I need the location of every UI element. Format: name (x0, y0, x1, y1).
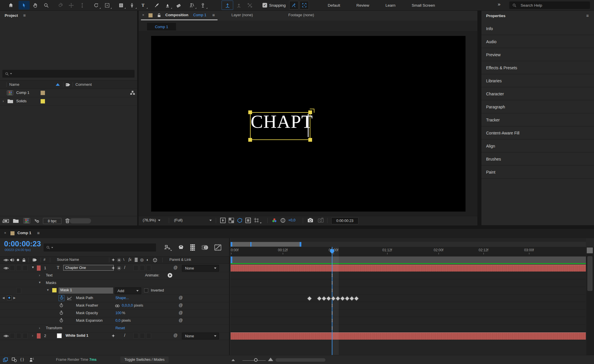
bit-depth-button[interactable]: 8 bpc (43, 218, 61, 224)
timeline-tab-name[interactable]: Comp 1 (17, 231, 31, 235)
puppet-pin-tool[interactable] (197, 1, 208, 10)
composition-mini-flowchart-icon[interactable] (164, 245, 171, 251)
column-name[interactable]: Name (9, 82, 19, 87)
workspace-tab-learn[interactable]: Learn (385, 3, 396, 8)
view-axis-mode-button[interactable] (244, 1, 255, 10)
composition-tab-label[interactable]: Composition (165, 13, 188, 17)
parent-pickwhip-icon[interactable]: @ (173, 265, 178, 270)
layer-row-1[interactable]: ▼ 1 T Chapter One / @ None (0, 264, 229, 272)
property-group-row-masks[interactable]: ▼ Masks (0, 279, 229, 287)
orbit-camera-tool[interactable] (55, 1, 66, 10)
layer-viewer-tab[interactable]: Layer (none) (231, 13, 253, 17)
workspace-tab-default[interactable]: Default (328, 3, 340, 8)
collapse-switch-icon[interactable] (111, 266, 115, 270)
unlock-icon[interactable] (157, 13, 161, 18)
work-area-bar[interactable] (231, 242, 301, 247)
project-row-solids[interactable]: › Solids (0, 97, 137, 106)
include-in-graph-icon[interactable] (67, 296, 72, 300)
layer-name-edit-box[interactable]: Chapter One (63, 265, 114, 271)
layer-name[interactable]: White Solid 1 (66, 334, 88, 338)
properties-menu-icon[interactable]: ≡ (586, 13, 589, 18)
mask-opacity-row[interactable]: Mask Opacity 100% @ (0, 310, 229, 317)
guides-options-icon[interactable] (253, 217, 260, 224)
project-panel-menu-icon[interactable]: ≡ (23, 13, 26, 18)
zoom-out-mountain-icon[interactable] (231, 359, 235, 361)
preview-timecode-box[interactable]: 0:00:00:23 (331, 217, 358, 224)
timeline-menu-icon[interactable]: ≡ (37, 230, 40, 235)
shy-layers-icon[interactable] (178, 244, 184, 252)
properties-title[interactable]: Properties (486, 14, 506, 18)
eraser-tool[interactable] (173, 1, 184, 10)
twirl-down-icon[interactable]: ▼ (31, 265, 35, 269)
pen-tool[interactable] (126, 1, 137, 10)
panel-tab-info[interactable]: Info (481, 22, 594, 35)
interpret-footage-icon[interactable] (2, 218, 10, 223)
stopwatch-icon[interactable] (59, 318, 63, 323)
column-comment[interactable]: Comment (75, 82, 92, 87)
keyframe-toggle-box[interactable]: ◆ (7, 296, 12, 300)
toggle-switches-modes-button[interactable]: Toggle Switches / Modes (120, 356, 169, 363)
property-group-row-text[interactable]: › Text Animate: (0, 272, 229, 280)
layer-label-swatch[interactable] (37, 333, 41, 338)
mask-feather-row[interactable]: Mask Feather 0,0,0,0 pixels @ (0, 302, 229, 310)
motion-blur-icon[interactable] (201, 244, 209, 252)
parent-dropdown[interactable]: None (182, 265, 219, 272)
property-label[interactable]: Mask Opacity (76, 311, 98, 315)
snap-features-button[interactable] (300, 1, 309, 10)
current-timecode[interactable]: 0:00:00:23 (4, 239, 41, 248)
author-icon[interactable] (29, 357, 34, 362)
dolly-camera-tool[interactable] (77, 1, 88, 10)
property-value[interactable]: 0,0,0,0 pixels (122, 303, 143, 307)
parent-link-column-label[interactable]: Parent & Link (169, 258, 191, 262)
property-label[interactable]: Mask Expansion (76, 318, 103, 323)
world-axis-mode-button[interactable] (233, 1, 244, 10)
preserve-transparency-icon[interactable] (12, 357, 17, 362)
mask-expansion-row[interactable]: Mask Expansion 0,0 pixels @ (0, 317, 229, 325)
timeline-vscroll-track[interactable] (586, 247, 594, 355)
sort-ascending-icon[interactable] (56, 83, 60, 86)
mask-name-highlight[interactable]: Mask 1 (59, 287, 113, 294)
close-tab-icon[interactable]: × (142, 13, 144, 17)
timeline-hscroll-thumb[interactable] (276, 358, 325, 362)
panel-tab-paint[interactable]: Paint (481, 166, 594, 179)
work-area-row[interactable] (231, 256, 586, 263)
group-label[interactable]: Masks (46, 281, 56, 285)
panel-tab-libraries[interactable]: Libraries (481, 74, 594, 87)
channel-icon[interactable] (271, 218, 277, 224)
layer-row-2[interactable]: › 2 White Solid 1 / @ None (0, 332, 229, 340)
next-keyframe-icon[interactable]: ▶ (13, 296, 16, 299)
zoom-tool[interactable] (41, 1, 52, 10)
snapshot-icon[interactable] (307, 218, 313, 223)
composite-toggle-icon[interactable] (3, 357, 8, 362)
stopwatch-icon[interactable] (59, 303, 63, 308)
quality-switch-icon[interactable]: / (124, 333, 125, 338)
type-tool[interactable]: T (137, 1, 148, 10)
close-tab-icon[interactable]: × (4, 231, 6, 235)
flowchart-icon[interactable] (130, 90, 135, 95)
tab-label-swatch[interactable] (148, 13, 153, 17)
panel-tab-content-aware-fill[interactable]: Content-Aware Fill (481, 127, 594, 139)
work-area-left-bracket[interactable] (231, 256, 232, 263)
property-pickwhip-icon[interactable]: @ (179, 303, 183, 307)
help-search-box[interactable]: Search Help (509, 1, 590, 9)
expand-chevron-icon[interactable]: › (39, 273, 40, 277)
panel-tab-paragraph[interactable]: Paragraph (481, 101, 594, 113)
property-pickwhip-icon[interactable]: @ (179, 318, 183, 323)
viewer-menu-icon[interactable]: ≡ (212, 12, 215, 17)
panel-tab-effects-presets[interactable]: Effects & Presets (481, 61, 594, 74)
reset-exposure-icon[interactable] (280, 218, 286, 224)
work-area-end-handle[interactable] (300, 242, 301, 247)
trash-icon[interactable] (65, 218, 70, 223)
eye-icon[interactable] (3, 334, 9, 338)
stopwatch-icon[interactable] (59, 310, 63, 316)
comp-subtab[interactable]: Comp 1 (147, 23, 176, 30)
pan-camera-tool[interactable] (66, 1, 77, 10)
mask-path-row[interactable]: ◀ ◆ ▶ Mask Path Shape... @ (0, 294, 229, 302)
expand-chevron-icon[interactable]: › (3, 99, 4, 103)
parent-dropdown[interactable]: None (182, 333, 219, 339)
project-row-comp1[interactable]: Comp 1 (0, 89, 137, 97)
timeline-nav-handle[interactable] (587, 247, 593, 253)
exposure-value[interactable]: +0,0 (288, 218, 296, 222)
show-snapshot-icon[interactable] (318, 218, 324, 223)
magnification-dropdown[interactable]: (76,9%) (143, 218, 160, 222)
